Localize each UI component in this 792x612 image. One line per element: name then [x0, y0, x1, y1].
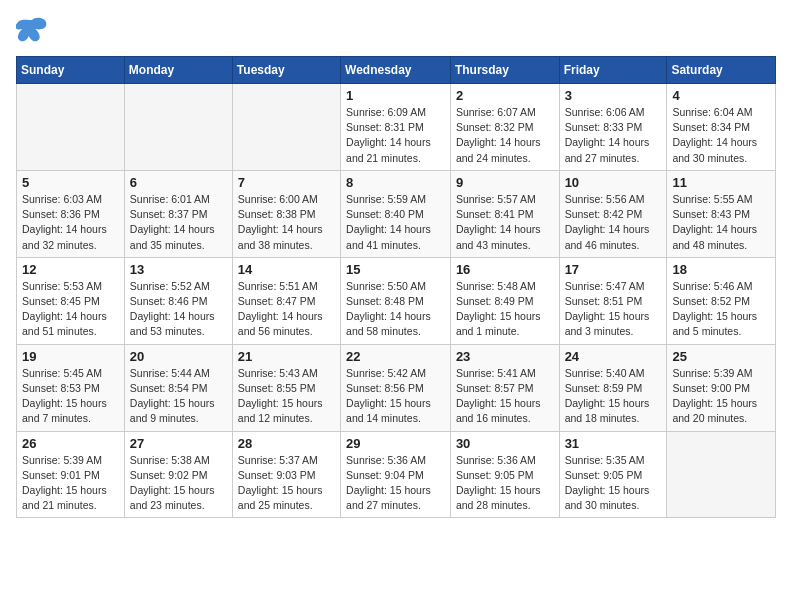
calendar-cell: 24Sunrise: 5:40 AM Sunset: 8:59 PM Dayli…	[559, 344, 667, 431]
calendar-header-thursday: Thursday	[450, 57, 559, 84]
day-number: 17	[565, 262, 662, 277]
calendar-cell: 4Sunrise: 6:04 AM Sunset: 8:34 PM Daylig…	[667, 84, 776, 171]
calendar-cell: 29Sunrise: 5:36 AM Sunset: 9:04 PM Dayli…	[341, 431, 451, 518]
logo-bird-icon	[16, 16, 48, 44]
day-info: Sunrise: 5:43 AM Sunset: 8:55 PM Dayligh…	[238, 366, 335, 427]
calendar-cell: 11Sunrise: 5:55 AM Sunset: 8:43 PM Dayli…	[667, 170, 776, 257]
calendar-cell: 26Sunrise: 5:39 AM Sunset: 9:01 PM Dayli…	[17, 431, 125, 518]
day-number: 3	[565, 88, 662, 103]
calendar-cell: 16Sunrise: 5:48 AM Sunset: 8:49 PM Dayli…	[450, 257, 559, 344]
calendar-week-2: 5Sunrise: 6:03 AM Sunset: 8:36 PM Daylig…	[17, 170, 776, 257]
day-number: 19	[22, 349, 119, 364]
calendar-week-1: 1Sunrise: 6:09 AM Sunset: 8:31 PM Daylig…	[17, 84, 776, 171]
day-info: Sunrise: 5:35 AM Sunset: 9:05 PM Dayligh…	[565, 453, 662, 514]
day-number: 20	[130, 349, 227, 364]
day-number: 8	[346, 175, 445, 190]
day-info: Sunrise: 5:48 AM Sunset: 8:49 PM Dayligh…	[456, 279, 554, 340]
day-info: Sunrise: 6:04 AM Sunset: 8:34 PM Dayligh…	[672, 105, 770, 166]
calendar-cell	[124, 84, 232, 171]
calendar-header-friday: Friday	[559, 57, 667, 84]
day-info: Sunrise: 5:36 AM Sunset: 9:05 PM Dayligh…	[456, 453, 554, 514]
calendar-header-sunday: Sunday	[17, 57, 125, 84]
calendar-cell: 22Sunrise: 5:42 AM Sunset: 8:56 PM Dayli…	[341, 344, 451, 431]
day-info: Sunrise: 5:39 AM Sunset: 9:00 PM Dayligh…	[672, 366, 770, 427]
calendar-cell: 10Sunrise: 5:56 AM Sunset: 8:42 PM Dayli…	[559, 170, 667, 257]
calendar-cell: 15Sunrise: 5:50 AM Sunset: 8:48 PM Dayli…	[341, 257, 451, 344]
day-number: 9	[456, 175, 554, 190]
calendar-cell: 14Sunrise: 5:51 AM Sunset: 8:47 PM Dayli…	[232, 257, 340, 344]
day-info: Sunrise: 5:50 AM Sunset: 8:48 PM Dayligh…	[346, 279, 445, 340]
calendar-cell: 31Sunrise: 5:35 AM Sunset: 9:05 PM Dayli…	[559, 431, 667, 518]
day-info: Sunrise: 5:37 AM Sunset: 9:03 PM Dayligh…	[238, 453, 335, 514]
day-info: Sunrise: 6:03 AM Sunset: 8:36 PM Dayligh…	[22, 192, 119, 253]
day-info: Sunrise: 5:56 AM Sunset: 8:42 PM Dayligh…	[565, 192, 662, 253]
calendar-cell: 3Sunrise: 6:06 AM Sunset: 8:33 PM Daylig…	[559, 84, 667, 171]
calendar-header-saturday: Saturday	[667, 57, 776, 84]
calendar-cell: 19Sunrise: 5:45 AM Sunset: 8:53 PM Dayli…	[17, 344, 125, 431]
calendar-table: SundayMondayTuesdayWednesdayThursdayFrid…	[16, 56, 776, 518]
day-number: 2	[456, 88, 554, 103]
day-info: Sunrise: 5:42 AM Sunset: 8:56 PM Dayligh…	[346, 366, 445, 427]
day-number: 16	[456, 262, 554, 277]
day-number: 27	[130, 436, 227, 451]
calendar-week-5: 26Sunrise: 5:39 AM Sunset: 9:01 PM Dayli…	[17, 431, 776, 518]
day-info: Sunrise: 5:51 AM Sunset: 8:47 PM Dayligh…	[238, 279, 335, 340]
day-info: Sunrise: 5:59 AM Sunset: 8:40 PM Dayligh…	[346, 192, 445, 253]
calendar-cell: 23Sunrise: 5:41 AM Sunset: 8:57 PM Dayli…	[450, 344, 559, 431]
calendar-week-3: 12Sunrise: 5:53 AM Sunset: 8:45 PM Dayli…	[17, 257, 776, 344]
calendar-cell: 12Sunrise: 5:53 AM Sunset: 8:45 PM Dayli…	[17, 257, 125, 344]
calendar-cell: 27Sunrise: 5:38 AM Sunset: 9:02 PM Dayli…	[124, 431, 232, 518]
day-info: Sunrise: 5:41 AM Sunset: 8:57 PM Dayligh…	[456, 366, 554, 427]
calendar-cell: 5Sunrise: 6:03 AM Sunset: 8:36 PM Daylig…	[17, 170, 125, 257]
logo	[16, 16, 52, 44]
day-info: Sunrise: 5:53 AM Sunset: 8:45 PM Dayligh…	[22, 279, 119, 340]
day-info: Sunrise: 6:01 AM Sunset: 8:37 PM Dayligh…	[130, 192, 227, 253]
page-header	[16, 16, 776, 44]
calendar-cell: 18Sunrise: 5:46 AM Sunset: 8:52 PM Dayli…	[667, 257, 776, 344]
day-number: 28	[238, 436, 335, 451]
day-number: 31	[565, 436, 662, 451]
calendar-cell: 1Sunrise: 6:09 AM Sunset: 8:31 PM Daylig…	[341, 84, 451, 171]
day-info: Sunrise: 5:40 AM Sunset: 8:59 PM Dayligh…	[565, 366, 662, 427]
day-info: Sunrise: 6:09 AM Sunset: 8:31 PM Dayligh…	[346, 105, 445, 166]
day-info: Sunrise: 5:36 AM Sunset: 9:04 PM Dayligh…	[346, 453, 445, 514]
day-number: 4	[672, 88, 770, 103]
day-info: Sunrise: 5:44 AM Sunset: 8:54 PM Dayligh…	[130, 366, 227, 427]
calendar-cell: 13Sunrise: 5:52 AM Sunset: 8:46 PM Dayli…	[124, 257, 232, 344]
day-info: Sunrise: 5:38 AM Sunset: 9:02 PM Dayligh…	[130, 453, 227, 514]
day-info: Sunrise: 5:57 AM Sunset: 8:41 PM Dayligh…	[456, 192, 554, 253]
day-number: 5	[22, 175, 119, 190]
day-number: 7	[238, 175, 335, 190]
calendar-header-wednesday: Wednesday	[341, 57, 451, 84]
calendar-cell: 28Sunrise: 5:37 AM Sunset: 9:03 PM Dayli…	[232, 431, 340, 518]
day-number: 14	[238, 262, 335, 277]
day-number: 1	[346, 88, 445, 103]
day-info: Sunrise: 5:52 AM Sunset: 8:46 PM Dayligh…	[130, 279, 227, 340]
calendar-header-row: SundayMondayTuesdayWednesdayThursdayFrid…	[17, 57, 776, 84]
day-info: Sunrise: 6:07 AM Sunset: 8:32 PM Dayligh…	[456, 105, 554, 166]
day-number: 23	[456, 349, 554, 364]
calendar-cell: 21Sunrise: 5:43 AM Sunset: 8:55 PM Dayli…	[232, 344, 340, 431]
calendar-cell	[667, 431, 776, 518]
calendar-week-4: 19Sunrise: 5:45 AM Sunset: 8:53 PM Dayli…	[17, 344, 776, 431]
day-number: 10	[565, 175, 662, 190]
day-number: 11	[672, 175, 770, 190]
calendar-cell: 2Sunrise: 6:07 AM Sunset: 8:32 PM Daylig…	[450, 84, 559, 171]
calendar-cell: 9Sunrise: 5:57 AM Sunset: 8:41 PM Daylig…	[450, 170, 559, 257]
calendar-cell: 30Sunrise: 5:36 AM Sunset: 9:05 PM Dayli…	[450, 431, 559, 518]
day-info: Sunrise: 6:06 AM Sunset: 8:33 PM Dayligh…	[565, 105, 662, 166]
day-info: Sunrise: 6:00 AM Sunset: 8:38 PM Dayligh…	[238, 192, 335, 253]
day-number: 15	[346, 262, 445, 277]
day-info: Sunrise: 5:46 AM Sunset: 8:52 PM Dayligh…	[672, 279, 770, 340]
calendar-cell: 7Sunrise: 6:00 AM Sunset: 8:38 PM Daylig…	[232, 170, 340, 257]
calendar-cell: 6Sunrise: 6:01 AM Sunset: 8:37 PM Daylig…	[124, 170, 232, 257]
day-info: Sunrise: 5:39 AM Sunset: 9:01 PM Dayligh…	[22, 453, 119, 514]
day-number: 26	[22, 436, 119, 451]
calendar-cell: 17Sunrise: 5:47 AM Sunset: 8:51 PM Dayli…	[559, 257, 667, 344]
day-number: 25	[672, 349, 770, 364]
calendar-header-tuesday: Tuesday	[232, 57, 340, 84]
calendar-header-monday: Monday	[124, 57, 232, 84]
calendar-cell: 20Sunrise: 5:44 AM Sunset: 8:54 PM Dayli…	[124, 344, 232, 431]
day-number: 13	[130, 262, 227, 277]
calendar-cell: 25Sunrise: 5:39 AM Sunset: 9:00 PM Dayli…	[667, 344, 776, 431]
